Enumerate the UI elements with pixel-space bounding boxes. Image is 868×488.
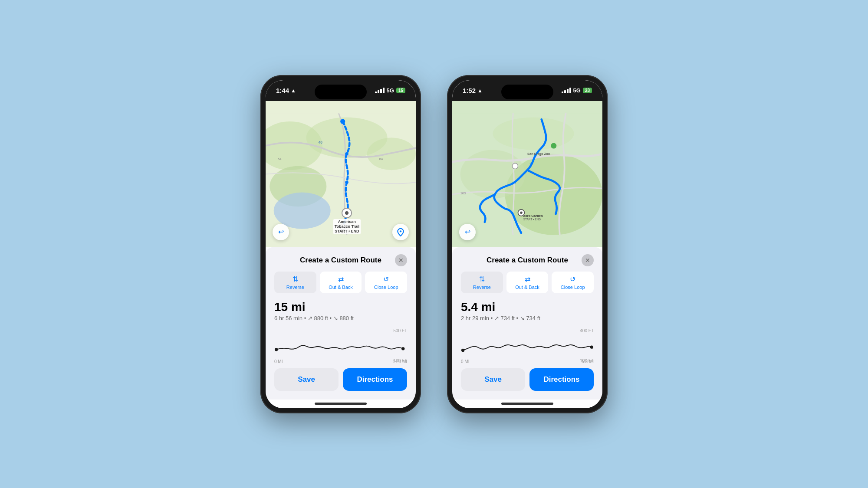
bar4 xyxy=(383,88,385,93)
svg-point-9 xyxy=(340,119,345,124)
map-area-2: 163 › ‹ xyxy=(452,101,602,247)
home-bar-2 xyxy=(501,403,553,405)
seg-reverse-1[interactable]: ⇅ Reverse xyxy=(274,272,316,293)
route-stats-1: 15 mi 6 hr 56 min • ↗ 880 ft • ↘ 880 ft xyxy=(274,298,407,323)
svg-text:Zoro Garden: Zoro Garden xyxy=(523,213,543,217)
map-area-1: 54 40 64 American ↩ xyxy=(266,101,416,247)
bottom-sheet-1: Create a Custom Route ✕ ⇅ Reverse ⇄ Out … xyxy=(266,247,416,400)
map-svg-2: 163 › ‹ xyxy=(452,101,602,247)
reverse-label-1: Reverse xyxy=(286,285,304,290)
out-back-label-1: Out & Back xyxy=(329,285,353,290)
close-loop-icon-2: ↺ xyxy=(570,275,575,283)
segment-control-1: ⇅ Reverse ⇄ Out & Back ↺ Close Loop xyxy=(274,272,407,293)
directions-button-2[interactable]: Directions xyxy=(529,368,594,391)
svg-point-16 xyxy=(275,348,278,351)
stats-detail-2: 2 hr 29 min • ↗ 734 ft • ↘ 734 ft xyxy=(461,315,594,321)
sheet-header-1: Create a Custom Route ✕ xyxy=(274,254,407,266)
back-button-1[interactable]: ↩ xyxy=(273,224,289,240)
directions-button-1[interactable]: Directions xyxy=(343,368,407,391)
save-button-2[interactable]: Save xyxy=(461,368,525,391)
phone-2: 1:52 ▲ 5G 23 xyxy=(447,75,608,413)
x-label-left-2: 0 MI xyxy=(461,359,469,364)
bar3-2 xyxy=(567,89,569,93)
sep3: • ↗ xyxy=(491,315,501,321)
signal-bars-2 xyxy=(562,88,571,93)
elev-up-1: 880 ft xyxy=(314,315,328,321)
battery-1: 15 xyxy=(396,88,405,93)
notch-pill-1 xyxy=(315,85,367,99)
out-back-icon-2: ⇄ xyxy=(525,275,530,283)
signal-type-2: 5G xyxy=(573,87,581,94)
svg-text:START • END: START • END xyxy=(523,218,541,221)
sep4: • ↘ xyxy=(516,315,526,321)
status-icons-2: 5G 23 xyxy=(562,87,592,94)
close-loop-icon-1: ↺ xyxy=(383,275,389,283)
time-detail-1: 6 hr 56 min xyxy=(274,315,302,321)
route-edit-button-1[interactable] xyxy=(392,224,409,240)
svg-text:40: 40 xyxy=(319,140,323,144)
chart-labels-right-2: 400 FT 100 FT xyxy=(580,328,594,363)
sheet-header-2: Create a Custom Route ✕ xyxy=(461,254,594,266)
signal-bars-1 xyxy=(375,88,385,93)
svg-point-5 xyxy=(274,192,331,229)
svg-text:San Diego Zoo: San Diego Zoo xyxy=(527,151,550,155)
svg-point-11 xyxy=(345,180,348,183)
svg-text:64: 64 xyxy=(379,157,383,160)
reverse-icon-2: ⇅ xyxy=(479,275,485,283)
svg-point-15 xyxy=(400,230,401,232)
svg-text:163: 163 xyxy=(460,191,466,195)
segment-control-2: ⇅ Reverse ⇄ Out & Back ↺ Close Loop xyxy=(461,272,594,293)
y-label-bottom-2: 100 FT xyxy=(580,358,594,363)
start-end-pin-1: AmericanTobacco TrailSTART • END xyxy=(333,208,361,234)
bottom-sheet-2: Create a Custom Route ✕ ⇅ Reverse ⇄ Out … xyxy=(452,247,602,400)
seg-out-back-2[interactable]: ⇄ Out & Back xyxy=(506,272,549,293)
save-button-1[interactable]: Save xyxy=(274,368,339,391)
x-label-left-1: 0 MI xyxy=(274,359,283,364)
action-buttons-1: Save Directions xyxy=(274,368,407,391)
elevation-chart-2: 400 FT 100 FT 0 MI 5.3 MI xyxy=(461,328,594,363)
status-bar-1: 1:44 ▲ 5G 15 xyxy=(266,80,416,101)
close-button-1[interactable]: ✕ xyxy=(395,254,407,266)
svg-point-20 xyxy=(460,150,526,198)
home-indicator-2 xyxy=(452,400,602,408)
elev-down-1: 880 ft xyxy=(339,315,354,321)
route-stats-2: 5.4 mi 2 hr 29 min • ↗ 734 ft • ↘ 734 ft xyxy=(461,298,594,323)
svg-text:54: 54 xyxy=(278,157,281,160)
sheet-title-2: Create a Custom Route xyxy=(473,256,582,265)
seg-reverse-2[interactable]: ⇅ Reverse xyxy=(461,272,503,293)
bar1-2 xyxy=(562,92,563,93)
notch-pill-2 xyxy=(501,85,553,99)
signal-type-1: 5G xyxy=(387,87,394,94)
chart-labels-bottom-1: 0 MI 14.8 MI xyxy=(274,359,407,364)
status-icons-1: 5G 15 xyxy=(375,87,405,94)
seg-close-loop-2[interactable]: ↺ Close Loop xyxy=(552,272,594,293)
time-display-1: 1:44 xyxy=(276,87,289,94)
time-2: 1:52 ▲ xyxy=(463,87,483,94)
phones-container: 1:44 ▲ 5G 15 xyxy=(260,75,608,413)
map-background-2: 163 › ‹ xyxy=(452,101,602,247)
chart-labels-right-1: 500 FT 100 FT xyxy=(393,328,407,363)
elev-down-2: 734 ft xyxy=(526,315,540,321)
y-label-top-1: 500 FT xyxy=(393,328,407,333)
svg-point-26 xyxy=(520,211,523,214)
svg-point-27 xyxy=(512,163,518,169)
out-back-icon-1: ⇄ xyxy=(338,275,344,283)
action-buttons-2: Save Directions xyxy=(461,368,594,391)
y-label-top-2: 400 FT xyxy=(580,328,594,333)
sep2: • ↘ xyxy=(330,315,340,321)
seg-out-back-1[interactable]: ⇄ Out & Back xyxy=(320,272,362,293)
elevation-chart-1: 500 FT 100 FT 0 MI 14.8 MI xyxy=(274,328,407,363)
bar1 xyxy=(375,92,377,93)
back-button-2[interactable]: ↩ xyxy=(459,224,476,240)
stats-detail-1: 6 hr 56 min • ↗ 880 ft • ↘ 880 ft xyxy=(274,315,407,321)
location-arrow-2: ▲ xyxy=(477,88,483,94)
close-loop-label-2: Close Loop xyxy=(561,285,585,290)
close-loop-label-1: Close Loop xyxy=(374,285,398,290)
seg-close-loop-1[interactable]: ↺ Close Loop xyxy=(365,272,407,293)
bar4-2 xyxy=(569,88,571,93)
home-bar-1 xyxy=(315,403,367,405)
battery-2: 23 xyxy=(583,88,592,93)
time-detail-2: 2 hr 29 min xyxy=(461,315,489,321)
close-button-2[interactable]: ✕ xyxy=(582,254,594,266)
bar2 xyxy=(378,90,379,93)
